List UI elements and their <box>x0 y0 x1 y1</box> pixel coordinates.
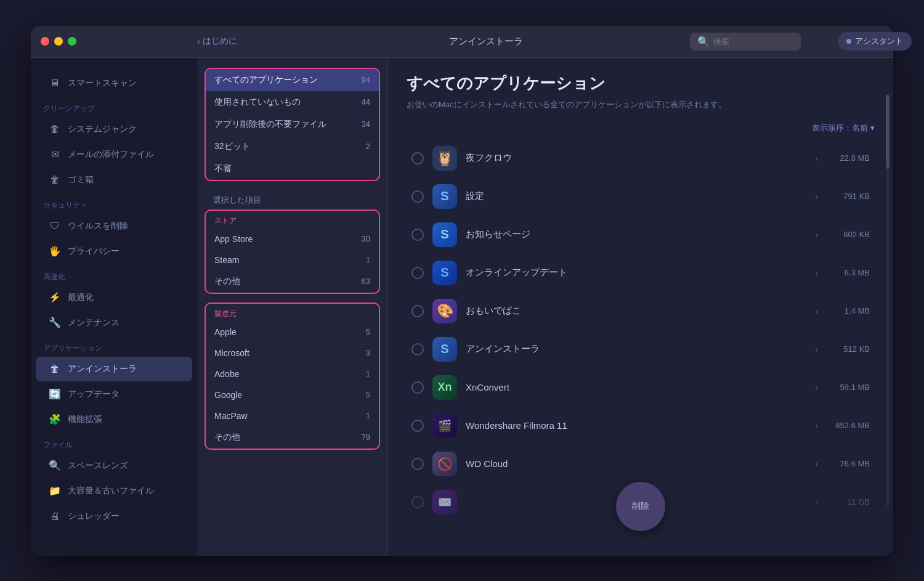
search-icon: 🔍 <box>697 36 710 47</box>
sidebar-item-privacy[interactable]: 🖐 プライバシー <box>36 239 192 264</box>
filter-item-steam[interactable]: Steam 1 <box>206 250 379 270</box>
app-size: 6.3 MB <box>827 268 870 277</box>
assistant-button[interactable]: アシスタント <box>838 32 893 51</box>
app-icon: S <box>432 337 457 362</box>
uninstaller-label: アンインストーラ <box>68 364 137 375</box>
list-item[interactable]: S アンインストーラ › 512 KB <box>407 331 875 368</box>
filter-item-suspicious[interactable]: 不審 <box>206 158 379 180</box>
filter-macpaw-label: MacPaw <box>214 411 248 421</box>
assistant-label: アシスタント <box>855 36 893 47</box>
filter-google-count: 5 <box>366 390 370 399</box>
sidebar-item-system-junk[interactable]: 🗑 システムジャンク <box>36 117 192 142</box>
app-size: 22.8 MB <box>827 153 870 163</box>
filter-item-macpaw[interactable]: MacPaw 1 <box>206 405 379 426</box>
sidebar-item-shredder[interactable]: 🖨 シュレッダー <box>36 504 192 529</box>
filter-item-microsoft[interactable]: Microsoft 3 <box>206 343 379 364</box>
trash-icon: 🗑 <box>48 173 62 187</box>
scrollbar-thumb[interactable] <box>886 95 890 169</box>
content-area: 🖥 スマートスキャン クリーンアップ 🗑 システムジャンク ✉ メールの添付ファ… <box>31 58 893 556</box>
filter-item-unused[interactable]: 使用されていないもの 44 <box>206 91 379 113</box>
minimize-button[interactable] <box>54 37 63 46</box>
app-size: 602 KB <box>827 230 870 239</box>
filter-item-apple[interactable]: Apple 5 <box>206 322 379 343</box>
sidebar-item-uninstaller[interactable]: 🗑 アンインストーラ <box>36 357 192 381</box>
sidebar-item-maintenance[interactable]: 🔧 メンテナンス <box>36 311 192 335</box>
filter-microsoft-label: Microsoft <box>214 348 249 358</box>
space-lens-icon: 🔍 <box>48 459 62 473</box>
sidebar-item-large-files[interactable]: 📁 大容量＆古いファイル <box>36 479 192 503</box>
uninstaller-icon: 🗑 <box>48 362 62 376</box>
filter-item-google[interactable]: Google 5 <box>206 384 379 405</box>
filter-other-store-label: その他 <box>214 276 240 287</box>
filter-item-leftover[interactable]: アプリ削除後の不要ファイル 34 <box>206 113 379 136</box>
list-item[interactable]: S 設定 › 791 KB <box>407 178 875 215</box>
maintenance-icon: 🔧 <box>48 316 62 330</box>
app-checkbox[interactable] <box>411 152 424 165</box>
app-name: おもいでばこ <box>466 305 815 317</box>
scrollbar-track[interactable] <box>886 95 890 506</box>
app-name: 設定 <box>466 190 815 202</box>
app-checkbox[interactable] <box>411 420 424 432</box>
back-button[interactable]: ‹ はじめに <box>197 36 237 47</box>
filter-item-adobe[interactable]: Adobe 1 <box>206 364 379 384</box>
sidebar-item-mail-attach[interactable]: ✉ メールの添付ファイル <box>36 142 192 167</box>
filter-steam-label: Steam <box>214 255 239 265</box>
list-item[interactable]: 🦉 夜フクロウ › 22.8 MB <box>407 140 875 177</box>
list-item[interactable]: 🎬 Wondershare Filmora 11 › 852.6 MB <box>407 407 875 444</box>
sidebar-item-updater[interactable]: 🔄 アップデータ <box>36 382 192 407</box>
privacy-label: プライバシー <box>68 246 120 257</box>
chevron-right-icon: › <box>815 383 818 392</box>
filter-item-appstore[interactable]: App Store 30 <box>206 229 379 250</box>
search-box[interactable]: 🔍 <box>690 33 801 51</box>
app-checkbox[interactable] <box>411 458 424 470</box>
app-icon: 🎨 <box>432 299 457 323</box>
system-junk-icon: 🗑 <box>48 123 62 136</box>
chevron-right-icon: › <box>815 192 818 201</box>
updater-label: アップデータ <box>68 389 120 400</box>
app-checkbox[interactable] <box>411 267 424 279</box>
filter-item-other-store[interactable]: その他 63 <box>206 270 379 293</box>
filter-item-other-mfr[interactable]: その他 79 <box>206 426 379 449</box>
sort-label[interactable]: 表示順序：名前 ▾ <box>407 123 875 134</box>
app-checkbox[interactable] <box>411 381 424 394</box>
sidebar-item-virus[interactable]: 🛡 ウイルスを削除 <box>36 214 192 238</box>
filter-item-32bit[interactable]: 32ビット 2 <box>206 136 379 158</box>
chevron-right-icon: › <box>815 421 818 431</box>
list-item[interactable]: Xn XnConvert › 59.1 MB <box>407 369 875 406</box>
section-cleanup-label: クリーンアップ <box>31 96 197 116</box>
list-item[interactable]: 🚫 WD Cloud › 76.6 MB <box>407 445 875 482</box>
filter-adobe-count: 1 <box>366 369 370 378</box>
search-input[interactable] <box>713 37 793 46</box>
filter-all-apps-count: 94 <box>362 75 370 84</box>
filter-google-label: Google <box>214 390 242 400</box>
sidebar-item-trash[interactable]: 🗑 ゴミ箱 <box>36 168 192 192</box>
page-title: すべてのアプリケーション <box>407 73 875 94</box>
large-files-label: 大容量＆古いファイル <box>68 486 154 497</box>
list-item[interactable]: 🎨 おもいでばこ › 1.4 MB <box>407 293 875 330</box>
filter-microsoft-count: 3 <box>366 348 370 357</box>
app-checkbox[interactable] <box>411 496 424 508</box>
app-icon: S <box>432 261 457 285</box>
app-checkbox[interactable] <box>411 305 424 317</box>
app-checkbox[interactable] <box>411 190 424 203</box>
smart-scan-icon: 🖥 <box>48 76 62 90</box>
updater-icon: 🔄 <box>48 388 62 401</box>
list-item[interactable]: S お知らせページ › 602 KB <box>407 216 875 253</box>
app-checkbox[interactable] <box>411 229 424 241</box>
titlebar-center: ‹ はじめに アンインストーラ 🔍 アシスタント <box>89 36 883 47</box>
close-button[interactable] <box>41 37 49 46</box>
app-checkbox[interactable] <box>411 343 424 356</box>
titlebar: ‹ はじめに アンインストーラ 🔍 アシスタント <box>31 26 893 58</box>
sidebar-item-extensions[interactable]: 🧩 機能拡張 <box>36 407 192 432</box>
delete-button[interactable]: 削除 <box>616 482 665 531</box>
filter-item-all-apps[interactable]: すべてのアプリケーション 94 <box>206 69 379 91</box>
sidebar-item-optimize[interactable]: ⚡ 最適化 <box>36 285 192 310</box>
list-item[interactable]: S オンラインアップデート › 6.3 MB <box>407 254 875 291</box>
app-icon: 🦉 <box>432 146 457 171</box>
section-speed-label: 高速化 <box>31 264 197 285</box>
sidebar-item-space-lens[interactable]: 🔍 スペースレンズ <box>36 453 192 478</box>
maximize-button[interactable] <box>68 37 76 46</box>
extensions-icon: 🧩 <box>48 413 62 426</box>
sidebar-item-smart-scan[interactable]: 🖥 スマートスキャン <box>36 71 192 95</box>
space-lens-label: スペースレンズ <box>68 460 128 471</box>
